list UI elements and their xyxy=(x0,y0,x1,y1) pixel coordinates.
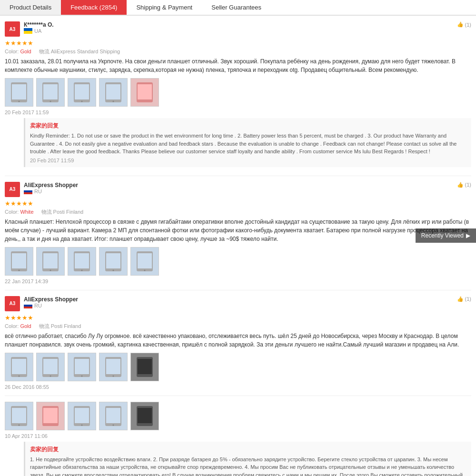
like-count: (1) xyxy=(465,182,471,188)
review-image[interactable] xyxy=(36,402,65,430)
review-text: всё отлично работает, спасибо Лу Лу огро… xyxy=(5,332,471,349)
tab-product-details[interactable]: Product Details xyxy=(0,0,61,15)
review-image[interactable] xyxy=(68,78,96,107)
tab-feedback[interactable]: Feedback (2854) xyxy=(61,0,127,15)
shipping-label: 物流 AliExpress Standard Shipping xyxy=(39,49,120,54)
svg-rect-47 xyxy=(43,408,58,423)
svg-point-45 xyxy=(19,424,20,426)
review-image[interactable] xyxy=(68,353,96,381)
review-text: 10.01 заказала, 28.01 получила на Укрпоч… xyxy=(5,57,471,74)
seller-reply: 卖家的回复 Kindly Reminder: 1. Do not use or … xyxy=(24,118,471,167)
country-flag xyxy=(24,28,32,34)
review-image[interactable] xyxy=(130,247,159,276)
star-rating: ★★★★★ xyxy=(5,200,471,207)
recently-viewed-label: Recently Viewed xyxy=(421,232,464,239)
tab-seller[interactable]: Seller Guarantees xyxy=(202,0,271,15)
review-date: 20 Feb 2017 11:59 xyxy=(5,109,471,115)
review-text: Класный планшет: Неплохой процессор в св… xyxy=(5,218,471,243)
country-flag xyxy=(24,188,32,194)
seller-reply-header: 卖家的回复 xyxy=(30,122,466,130)
seller-reply-header: 卖家的回复 xyxy=(30,446,466,454)
svg-rect-4 xyxy=(43,84,58,99)
seller-reply-text: Kindly Reminder: 1. Do not use or save t… xyxy=(30,132,466,156)
svg-point-34 xyxy=(50,375,51,377)
review-image[interactable] xyxy=(99,247,128,276)
tab-shipping[interactable]: Shipping & Payment xyxy=(127,0,202,15)
like-button[interactable]: 👍(1) xyxy=(457,182,471,188)
review-item: 10 Apr 2017 11:06卖家的回复 1. Не подвергайте… xyxy=(5,396,471,476)
review-meta: Color: Gold物流 AliExpress Standard Shippi… xyxy=(5,48,471,55)
review-image[interactable] xyxy=(5,78,33,107)
review-image[interactable] xyxy=(130,353,159,381)
svg-rect-36 xyxy=(75,359,89,374)
reviewer-info: К*******а О.UA xyxy=(24,21,457,34)
seller-reply-date: 20 Feb 2017 11:59 xyxy=(30,158,466,163)
review-image[interactable] xyxy=(130,402,159,430)
reviewer-name: AliExpress Shopper xyxy=(24,296,457,303)
review-images xyxy=(5,402,471,430)
svg-rect-52 xyxy=(106,408,120,423)
reviewer-header: A3AliExpress ShopperRU👍(1) xyxy=(5,182,471,197)
svg-rect-18 xyxy=(43,253,58,268)
svg-point-5 xyxy=(50,101,51,102)
review-image[interactable] xyxy=(5,247,33,276)
svg-point-16 xyxy=(19,269,20,271)
thumb-up-icon: 👍 xyxy=(457,296,464,302)
reviewer-country: UA xyxy=(24,28,457,34)
star-rating: ★★★★★ xyxy=(5,40,471,47)
recently-viewed-button[interactable]: Recently Viewed ▶ xyxy=(416,228,476,243)
svg-point-8 xyxy=(81,101,83,102)
tabs-bar: Product DetailsFeedback (2854)Shipping &… xyxy=(0,0,476,16)
svg-rect-49 xyxy=(75,408,89,423)
review-meta: Color: Gold物流 Posti Finland xyxy=(5,323,471,330)
svg-rect-15 xyxy=(12,253,26,268)
seller-reply-text: 1. Не подвергайте устройство воздействию… xyxy=(30,456,466,476)
reviewer-country: RU xyxy=(24,303,457,308)
review-image[interactable] xyxy=(36,78,65,107)
svg-point-40 xyxy=(113,375,114,377)
review-image[interactable] xyxy=(99,353,128,381)
country-code: RU xyxy=(34,303,42,308)
svg-rect-42 xyxy=(138,359,152,374)
color-label: Color: Gold xyxy=(5,323,35,329)
review-image[interactable] xyxy=(36,247,65,276)
avatar: A3 xyxy=(5,182,20,197)
country-code: UA xyxy=(34,28,41,34)
reviewer-name: AliExpress Shopper xyxy=(24,182,457,188)
review-image[interactable] xyxy=(5,402,33,430)
review-image[interactable] xyxy=(68,247,96,276)
country-flag xyxy=(24,303,32,308)
svg-point-28 xyxy=(144,269,146,271)
seller-reply: 卖家的回复 1. Не подвергайте устройство возде… xyxy=(24,442,471,476)
avatar: A3 xyxy=(5,296,20,311)
svg-rect-30 xyxy=(12,359,26,374)
svg-rect-21 xyxy=(75,253,89,268)
svg-rect-7 xyxy=(75,84,89,99)
svg-point-11 xyxy=(113,101,114,102)
like-button[interactable]: 👍(1) xyxy=(457,296,471,302)
svg-rect-55 xyxy=(138,408,152,423)
svg-point-37 xyxy=(81,375,83,377)
thumb-up-icon: 👍 xyxy=(457,182,464,188)
reviewer-info: AliExpress ShopperRU xyxy=(24,182,457,194)
svg-point-22 xyxy=(81,269,83,271)
svg-rect-39 xyxy=(106,359,120,374)
review-image[interactable] xyxy=(99,402,128,430)
reviewer-name: К*******а О. xyxy=(24,21,457,28)
review-date: 10 Apr 2017 11:06 xyxy=(5,433,471,439)
svg-point-2 xyxy=(19,101,20,102)
reviewer-header: A3AliExpress ShopperRU👍(1) xyxy=(5,296,471,311)
svg-point-50 xyxy=(81,424,83,426)
review-image[interactable] xyxy=(99,78,128,107)
review-image[interactable] xyxy=(36,353,65,381)
review-item: A3К*******а О.UA👍(1)★★★★★Color: Gold物流 A… xyxy=(5,16,471,176)
shipping-label: 物流 Posti Finland xyxy=(39,323,81,329)
reviewer-header: A3К*******а О.UA👍(1) xyxy=(5,21,471,37)
review-image[interactable] xyxy=(130,78,159,107)
review-item: A3AliExpress ShopperRU👍(1)★★★★★Color: Go… xyxy=(5,290,471,396)
review-images xyxy=(5,353,471,381)
review-image[interactable] xyxy=(5,353,33,381)
like-button[interactable]: 👍(1) xyxy=(457,21,471,28)
svg-point-25 xyxy=(113,269,114,271)
review-image[interactable] xyxy=(68,402,96,430)
